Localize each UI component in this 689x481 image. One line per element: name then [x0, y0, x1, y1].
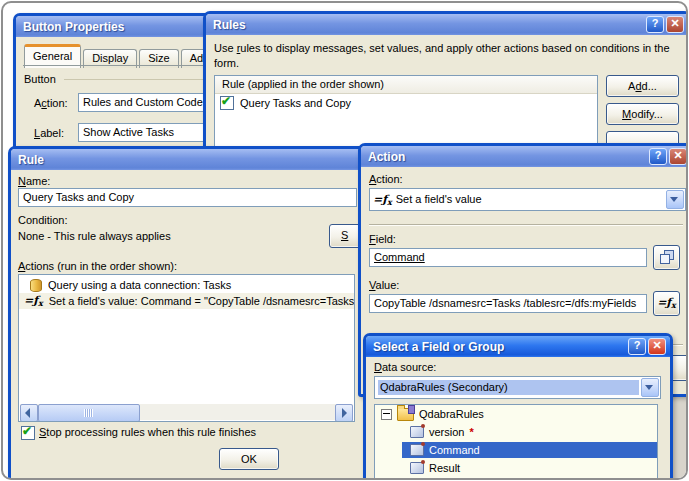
rule-item-label: Query Tasks and Copy — [240, 97, 351, 109]
fx-icon — [373, 193, 392, 207]
condition-text: None - This rule always applies — [18, 230, 171, 242]
formula-button[interactable] — [653, 291, 680, 316]
name-label: Name: — [18, 175, 50, 187]
rule-name-field[interactable]: Query Tasks and Copy — [18, 188, 357, 207]
field-icon — [410, 462, 424, 474]
field-icon — [410, 426, 424, 438]
add-button[interactable]: Add... — [606, 75, 679, 97]
actions-label: Actions (run in the order shown): — [18, 260, 177, 272]
required-marker: * — [469, 426, 473, 438]
field-label: Field: — [369, 233, 396, 245]
tree-item-version[interactable]: version * — [375, 423, 657, 441]
field-icon — [410, 444, 424, 456]
close-button[interactable]: ✕ — [669, 148, 687, 165]
action-label: Action: — [34, 97, 68, 109]
rule-enabled-checkbox[interactable] — [220, 96, 234, 110]
rule-list-item[interactable]: Query Tasks and Copy — [215, 94, 597, 111]
screenshot: Button Properties General Display Size A… — [0, 0, 689, 481]
data-source-tree: QdabraRules version * Command Result — [374, 404, 658, 480]
field-input[interactable]: Command — [369, 248, 647, 267]
action-titlebar: Action ? ✕ — [361, 146, 688, 167]
divider — [369, 224, 683, 226]
select-field-body: Data source: QdabraRules (Secondary) Qda… — [366, 357, 670, 480]
rule-titlebar: Rule — [11, 149, 368, 170]
select-field-or-group-dialog: Select a Field or Group ? ✕ Data source:… — [363, 333, 673, 480]
tree-item-command[interactable]: Command — [375, 441, 657, 459]
action-list-item[interactable]: Query using a data connection: Tasks — [19, 277, 354, 293]
rule-body: Name: Query Tasks and Copy Condition: No… — [11, 170, 368, 480]
database-icon — [30, 279, 42, 292]
scrollbar-thumb[interactable] — [38, 404, 140, 422]
stop-processing-checkbox[interactable] — [21, 426, 35, 440]
chevron-down-icon[interactable] — [641, 378, 659, 397]
close-button[interactable]: ✕ — [666, 16, 684, 33]
action-item-text: Set a field's value: Command = "CopyTabl… — [49, 295, 355, 307]
fx-icon — [24, 294, 43, 308]
condition-label: Condition: — [18, 214, 68, 226]
chevron-down-icon[interactable] — [666, 190, 684, 209]
close-button[interactable]: ✕ — [648, 338, 666, 355]
action-list-item[interactable]: Set a field's value: Command = "CopyTabl… — [19, 293, 354, 309]
tree-item-result[interactable]: Result — [375, 459, 657, 477]
collapse-expander-icon[interactable] — [381, 409, 392, 420]
tree-item-label: Command — [429, 444, 480, 456]
help-button[interactable]: ? — [628, 338, 646, 355]
action-label: Action: — [369, 173, 403, 185]
group-folder-icon — [397, 408, 414, 421]
select-field-titlebar: Select a Field or Group ? ✕ — [366, 336, 670, 357]
data-source-combobox[interactable]: QdabraRules (Secondary) — [374, 376, 661, 399]
help-button[interactable]: ? — [646, 16, 664, 33]
label-label: Label: — [34, 127, 64, 139]
ok-button[interactable]: OK — [219, 448, 279, 470]
scroll-left-arrow[interactable] — [20, 404, 38, 422]
data-source-value: QdabraRules (Secondary) — [378, 380, 639, 395]
dialog-title: Rule — [18, 153, 364, 167]
button-group-label: Button — [24, 73, 56, 85]
fx-icon — [657, 296, 676, 309]
field-picker-button[interactable] — [653, 245, 680, 270]
actions-list: Query using a data connection: Tasks Set… — [18, 274, 355, 422]
rule-dialog: Rule Name: Query Tasks and Copy Conditio… — [8, 146, 371, 480]
value-input[interactable]: CopyTable /dsnamesrc=Tasks /tablesrc=/df… — [369, 294, 647, 313]
rules-description: Use rules to display messages, set value… — [214, 41, 680, 71]
tree-item-label: version — [429, 426, 464, 438]
action-item-text: Query using a data connection: Tasks — [48, 279, 231, 291]
tree-item-root[interactable]: QdabraRules — [375, 405, 657, 423]
field-value: Command — [374, 251, 425, 263]
help-button[interactable]: ? — [649, 148, 667, 165]
rules-titlebar: Rules ? ✕ — [206, 14, 688, 35]
field-picker-icon — [660, 250, 674, 264]
dialog-title: Select a Field or Group — [373, 340, 626, 354]
tree-item-label: Result — [429, 462, 460, 474]
horizontal-scrollbar[interactable] — [20, 404, 353, 420]
scroll-right-arrow[interactable] — [335, 404, 353, 422]
tree-item-label: QdabraRules — [419, 408, 484, 420]
scrollbar-track[interactable] — [140, 404, 335, 420]
value-label: Value: — [369, 279, 399, 291]
dialog-title: Action — [368, 150, 647, 164]
modify-button[interactable]: Modify... — [606, 103, 679, 125]
action-type-value: Set a field's value — [396, 193, 665, 206]
screenshot-frame: Button Properties General Display Size A… — [1, 1, 688, 480]
data-source-label: Data source: — [374, 361, 436, 373]
dialog-title: Rules — [213, 18, 644, 32]
rules-list-header: Rule (applied in the order shown) — [215, 76, 597, 94]
action-type-combobox[interactable]: Set a field's value — [369, 188, 686, 211]
stop-processing-label: Stop processing rules when this rule fin… — [39, 426, 256, 438]
